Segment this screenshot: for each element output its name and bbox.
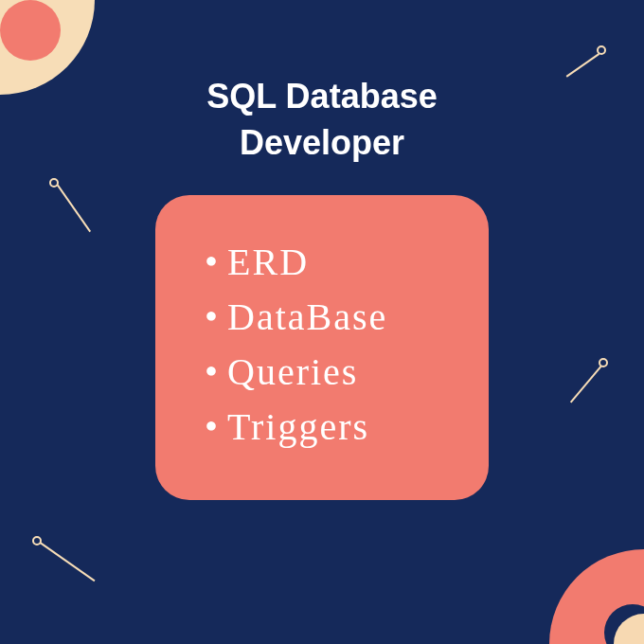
title-line-2: Developer [240,123,404,162]
feature-card: ERD DataBase Queries Triggers [155,195,489,500]
title-line-1: SQL Database [206,77,437,116]
list-item: Queries [205,345,453,400]
page-title: SQL Database Developer [0,74,644,166]
list-item: ERD [205,235,453,290]
list-item: DataBase [205,290,453,345]
feature-list: ERD DataBase Queries Triggers [205,235,453,455]
corner-ornament-dot [0,0,61,61]
list-item: Triggers [205,400,453,455]
